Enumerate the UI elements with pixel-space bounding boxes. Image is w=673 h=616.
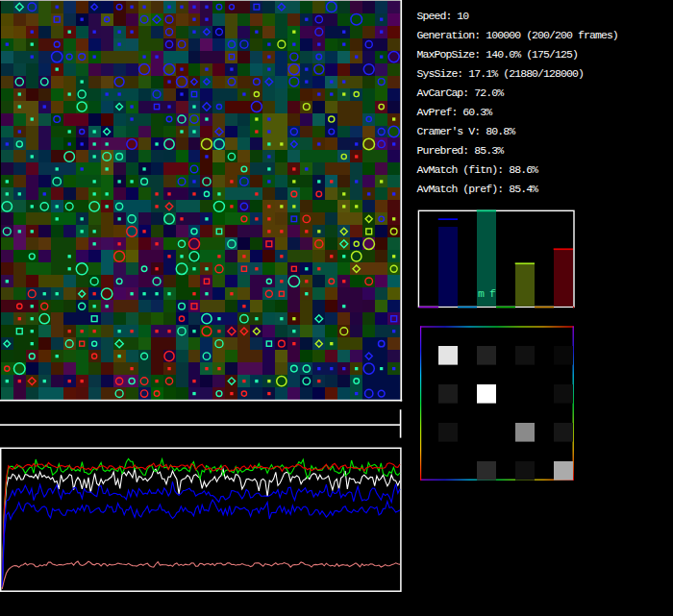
svg-text:AvMatch (fitn): 88.6%: AvMatch (fitn): 88.6%: [417, 163, 539, 176]
svg-text:AvPref: 60.3%: AvPref: 60.3%: [417, 106, 493, 118]
svg-text:Speed: 10: Speed: 10: [417, 10, 470, 22]
svg-text:m f: m f: [478, 287, 496, 300]
svg-text:MaxPopSize: 140.0% (175/125): MaxPopSize: 140.0% (175/125): [417, 48, 578, 61]
svg-text:AvCarCap: 72.0%: AvCarCap: 72.0%: [417, 86, 505, 99]
svg-text:Purebred: 85.3%: Purebred: 85.3%: [417, 144, 505, 157]
svg-text:Cramer's V: 80.8%: Cramer's V: 80.8%: [417, 125, 516, 137]
svg-text:Generation: 100000 (200/200 fr: Generation: 100000 (200/200 frames): [417, 29, 618, 41]
svg-text:SysSize: 17.1% (21880/128000): SysSize: 17.1% (21880/128000): [417, 67, 584, 80]
svg-text:AvMatch (pref): 85.4%: AvMatch (pref): 85.4%: [417, 183, 539, 195]
